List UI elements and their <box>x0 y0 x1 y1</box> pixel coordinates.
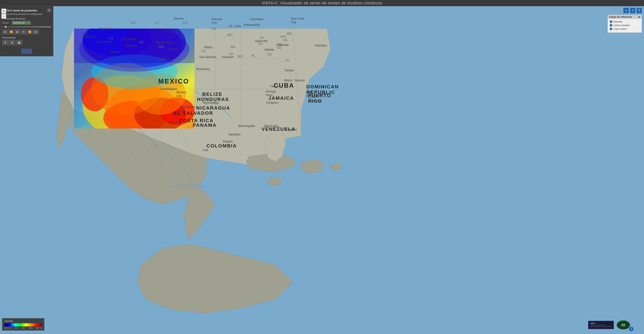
zoom-out-button[interactable]: − <box>2 14 6 19</box>
layers-panel: Capas de referencia ▶ ✓ Etiquetas ✓ Lími… <box>608 15 642 33</box>
layer-etiquetas-checkbox[interactable]: ✓ <box>610 21 612 23</box>
layers-panel-title: Capas de referencia <box>609 16 632 18</box>
time-slider-container[interactable] <box>2 26 51 28</box>
info-button[interactable]: i <box>630 8 636 13</box>
layer-costera[interactable]: ✓ Línea costera <box>610 28 640 30</box>
panel-title: VISTA-C menú de productos <box>2 9 37 12</box>
copy-tool-button[interactable]: ⧉ <box>9 40 15 45</box>
layer-limites-checkbox[interactable]: ✓ <box>610 24 612 27</box>
legend-max: 43.7 °C <box>36 327 42 329</box>
fecha-row: Fecha: 1979-01-01 <box>2 21 51 25</box>
layer-costera-checkbox[interactable]: ✓ <box>610 28 612 30</box>
panel-header: VISTA-C menú de productos + <box>2 9 51 12</box>
legend-color-bar <box>4 323 42 326</box>
action-buttons: + i ? <box>623 8 642 13</box>
legend-min: -31.6 °C <box>4 327 11 329</box>
left-panel: VISTA-C menú de productos + Selecciona l… <box>0 6 53 56</box>
layers-panel-header: Capas de referencia ▶ <box>608 15 642 19</box>
zoom-in-button[interactable]: + <box>2 9 6 14</box>
playback-controls: ⏮ ⏪ ▶ ⏸ ⏩ ⏭ <box>2 30 51 34</box>
pause-button[interactable]: ⏸ <box>21 30 26 34</box>
title-bar: VISTA-C: Visualizador de series de tiemp… <box>0 0 644 6</box>
add-button[interactable]: + <box>623 8 629 13</box>
layer-etiquetas[interactable]: ✓ Etiquetas <box>610 20 640 23</box>
map-background[interactable]: Golfo de Mexico <box>0 6 644 334</box>
layers-panel-arrow[interactable]: ▶ <box>638 16 640 18</box>
help-button[interactable]: ? <box>636 8 642 13</box>
table-tool-button[interactable]: ▦ <box>16 40 22 45</box>
legend-v3: 55.5 <box>29 327 32 329</box>
svg-text:Golfo de Mexico: Golfo de Mexico <box>172 183 207 188</box>
app-title: VISTA-C: Visualizador de series de tiemp… <box>262 1 382 5</box>
legend-title: Leyenda <box>4 320 42 322</box>
layer-limites[interactable]: ✓ Límites estatales <box>610 24 640 27</box>
fast-forward-button[interactable]: ⏩ <box>27 30 32 34</box>
legend-v1: -0.2 <box>15 327 18 329</box>
skip-to-end-button[interactable]: ⏭ <box>33 30 39 34</box>
legend-labels: -31.6 °C -0.2 -23.7 55.5 43.7 °C <box>4 327 42 329</box>
fecha-label: Fecha: <box>2 22 11 24</box>
panel-subtitle: Selecciona los parámetros de configuraci… <box>2 13 51 15</box>
climate-overlay <box>74 29 194 129</box>
climate-svg <box>74 29 194 129</box>
top-right-controls: + i ? Capas de referencia ▶ ✓ Etiquetas … <box>608 8 642 33</box>
layer-limites-label: Límites estatales <box>613 24 630 27</box>
skip-to-start-button[interactable]: ⏮ <box>2 30 8 34</box>
zoom-controls: + − <box>2 9 6 19</box>
date-input[interactable]: 1979-01-01 <box>12 21 31 25</box>
time-slider[interactable] <box>2 26 51 27</box>
panel-plus-button[interactable]: + <box>47 9 51 12</box>
svg-point-32 <box>79 29 189 72</box>
legend-v2: -23.7 <box>21 327 26 329</box>
legend: Leyenda -31.6 °C -0.2 -23.7 55.5 43.7 °C <box>2 318 44 330</box>
series-control-label: Control serie de tiempo <box>2 18 51 20</box>
tools-row: ⬇ ⧉ ▦ <box>2 40 51 45</box>
layer-costera-label: Línea costera <box>613 28 627 30</box>
layer-etiquetas-label: Etiquetas <box>613 20 622 23</box>
back-button[interactable]: ← <box>21 49 32 54</box>
play-button[interactable]: ▶ <box>15 30 20 34</box>
rewind-button[interactable]: ⏪ <box>8 30 14 34</box>
download-tool-button[interactable]: ⬇ <box>2 40 8 45</box>
slider-thumb[interactable] <box>5 26 7 28</box>
info-overlay-button[interactable]: i <box>629 326 634 331</box>
herramientas-label: Herramientas <box>2 36 51 39</box>
